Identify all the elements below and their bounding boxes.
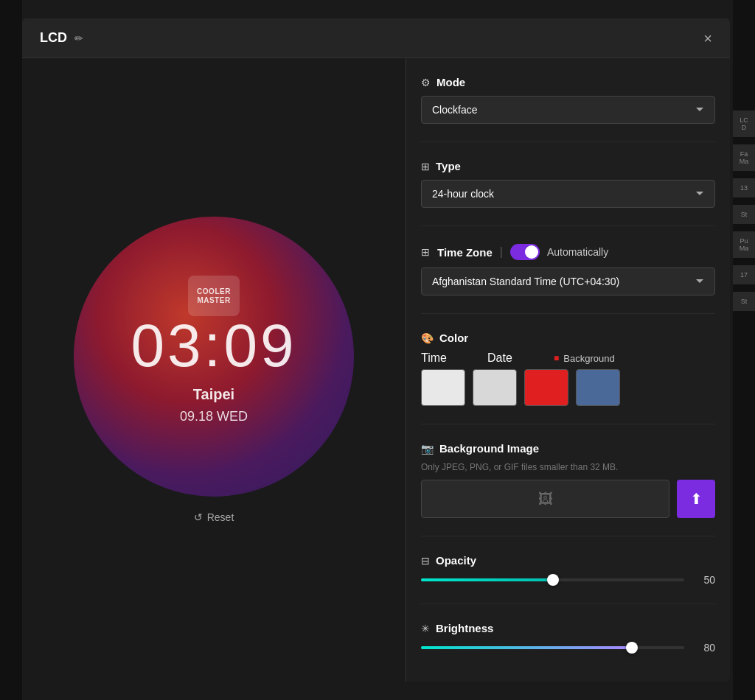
upload-button[interactable]: ⬆ <box>677 480 715 518</box>
modal-title-area: LCD ✏ <box>40 30 83 46</box>
color-section: 🎨 Color Time Date ■ Background <box>421 332 715 406</box>
brightness-label: Brightness <box>436 622 493 634</box>
sidebar-right-item-6: 17 <box>733 265 755 284</box>
time-color-label: Time <box>421 351 473 365</box>
opacity-label: Opacity <box>436 554 476 567</box>
sidebar-right-item-1: LCD <box>733 111 755 137</box>
brightness-slider-thumb[interactable] <box>626 642 638 654</box>
timezone-toggle-row: ⊞ Time Zone | Automatically <box>421 244 715 260</box>
opacity-slider-track[interactable] <box>421 578 684 581</box>
upload-icon: ⬆ <box>690 490 703 508</box>
brightness-value: 80 <box>693 642 715 654</box>
auto-label: Automatically <box>547 246 608 258</box>
opacity-icon: ⊟ <box>421 555 430 567</box>
color-icon: 🎨 <box>421 332 434 344</box>
coolermaster-logo: COOLER MASTER <box>188 276 240 316</box>
opacity-header: ⊟ Opacity <box>421 554 715 567</box>
brightness-section: ✳ Brightness 80 <box>421 622 715 654</box>
app-background: LCD FaMa 13 St PuMa 17 St LCD ✏ × COOLER <box>0 0 755 700</box>
opacity-value: 50 <box>693 574 715 586</box>
bg-red-color-swatch[interactable] <box>524 369 568 406</box>
modal-body: COOLER MASTER 03:09 Taipei 09.18 WED ↺ R… <box>22 58 730 682</box>
timezone-label: Time Zone <box>437 246 493 259</box>
opacity-section: ⊟ Opacity 50 <box>421 554 715 586</box>
reset-label: Reset <box>207 511 234 523</box>
type-icon: ⊞ <box>421 161 430 172</box>
divider-2 <box>421 225 715 226</box>
opacity-slider-fill <box>421 578 553 581</box>
type-section-header: ⊞ Type <box>421 160 715 172</box>
bg-image-row: 🖼 ⬆ <box>421 480 715 518</box>
timezone-dropdown[interactable]: Afghanistan Standard Time (UTC+04:30) UT… <box>421 267 715 295</box>
divider-4 <box>421 424 715 424</box>
opacity-slider-row: 50 <box>421 574 715 586</box>
color-swatches-row <box>421 369 715 406</box>
logo-text-line2: MASTER <box>197 296 230 305</box>
date-color-swatch[interactable] <box>473 369 517 406</box>
sidebar-right-item-7: St <box>733 292 755 311</box>
sidebar-right-item-4: St <box>733 205 755 224</box>
sidebar-right-item-2: FaMa <box>733 144 755 171</box>
close-button[interactable]: × <box>703 31 712 46</box>
settings-panel: ⚙ Mode Clockface System Monitor Image GI… <box>406 58 730 682</box>
mode-label: Mode <box>436 76 465 88</box>
bg-image-description: Only JPEG, PNG, or GIF files smaller tha… <box>421 462 715 472</box>
brightness-icon: ✳ <box>421 623 430 634</box>
bg-image-icon: 📷 <box>421 443 434 455</box>
mode-icon: ⚙ <box>421 77 431 88</box>
bg-image-label: Background Image <box>439 442 539 455</box>
timezone-section: ⊞ Time Zone | Automatically Afghanistan … <box>421 244 715 295</box>
clock-circle: COOLER MASTER 03:09 Taipei 09.18 WED <box>74 217 354 497</box>
reset-icon: ↺ <box>194 511 203 523</box>
bg-color-indicator: ■ <box>554 353 559 363</box>
divider-3 <box>421 313 715 314</box>
clock-date: 09.18 WED <box>180 409 248 424</box>
brightness-header: ✳ Brightness <box>421 622 715 634</box>
preview-panel: COOLER MASTER 03:09 Taipei 09.18 WED ↺ R… <box>22 58 406 682</box>
color-section-header: 🎨 Color <box>421 332 715 344</box>
brightness-slider-track[interactable] <box>421 646 684 649</box>
type-section: ⊞ Type 24-hour clock 12-hour clock <box>421 160 715 208</box>
mode-section: ⚙ Mode Clockface System Monitor Image GI… <box>421 76 715 124</box>
mode-dropdown[interactable]: Clockface System Monitor Image GIF <box>421 96 715 124</box>
sidebar-right-item-5: PuMa <box>733 231 755 258</box>
time-color-swatch[interactable] <box>421 369 465 406</box>
sidebar-left <box>0 0 22 700</box>
modal-header: LCD ✏ × <box>22 18 730 58</box>
date-color-label: Date <box>487 351 539 365</box>
divider-5 <box>421 536 715 536</box>
reset-button[interactable]: ↺ Reset <box>194 511 234 523</box>
brightness-slider-row: 80 <box>421 642 715 654</box>
bg-image-header: 📷 Background Image <box>421 442 715 455</box>
divider-6 <box>421 603 715 604</box>
auto-timezone-toggle[interactable] <box>510 244 540 260</box>
opacity-slider-thumb[interactable] <box>547 574 559 586</box>
bg-blue-color-swatch[interactable] <box>576 369 620 406</box>
clock-time-display: 03:09 <box>131 311 296 380</box>
logo-inner: COOLER MASTER <box>188 276 240 316</box>
sidebar-right: LCD FaMa 13 St PuMa 17 St <box>733 0 755 700</box>
background-image-section: 📷 Background Image Only JPEG, PNG, or GI… <box>421 442 715 518</box>
sidebar-right-item-3: 13 <box>733 178 755 197</box>
pipe-divider: | <box>500 245 503 259</box>
logo-text-line1: COOLER <box>197 287 231 296</box>
brightness-slider-fill <box>421 646 632 649</box>
mode-section-header: ⚙ Mode <box>421 76 715 88</box>
background-color-label: Background <box>563 353 614 364</box>
timezone-icon: ⊞ <box>421 246 430 258</box>
edit-icon[interactable]: ✏ <box>74 32 83 44</box>
type-label: Type <box>436 160 461 172</box>
color-labels-row: Time Date ■ Background <box>421 351 715 365</box>
bg-image-preview-icon: 🖼 <box>538 491 553 508</box>
color-label: Color <box>439 332 468 344</box>
lcd-modal: LCD ✏ × COOLER MASTER 03:09 Taipei <box>22 18 730 682</box>
clock-location: Taipei <box>193 386 234 403</box>
type-dropdown[interactable]: 24-hour clock 12-hour clock <box>421 180 715 208</box>
modal-title: LCD <box>40 30 67 46</box>
background-color-label-area: ■ Background <box>554 351 615 365</box>
bg-image-preview: 🖼 <box>421 480 669 518</box>
toggle-thumb <box>525 245 538 259</box>
divider-1 <box>421 141 715 142</box>
